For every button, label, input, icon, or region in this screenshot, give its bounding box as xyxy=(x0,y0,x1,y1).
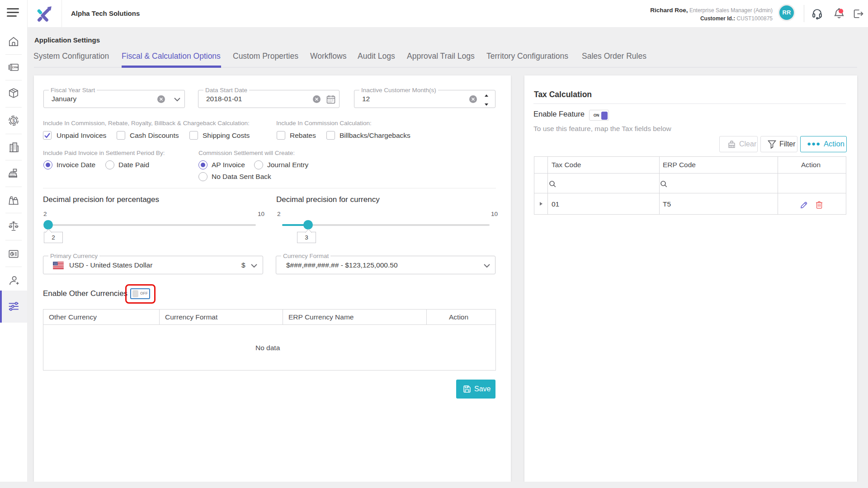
svg-text:CRM: CRM xyxy=(12,66,19,69)
svg-text:$: $ xyxy=(12,118,15,123)
svg-text:D: D xyxy=(9,222,12,226)
svg-text:C: C xyxy=(16,222,19,226)
